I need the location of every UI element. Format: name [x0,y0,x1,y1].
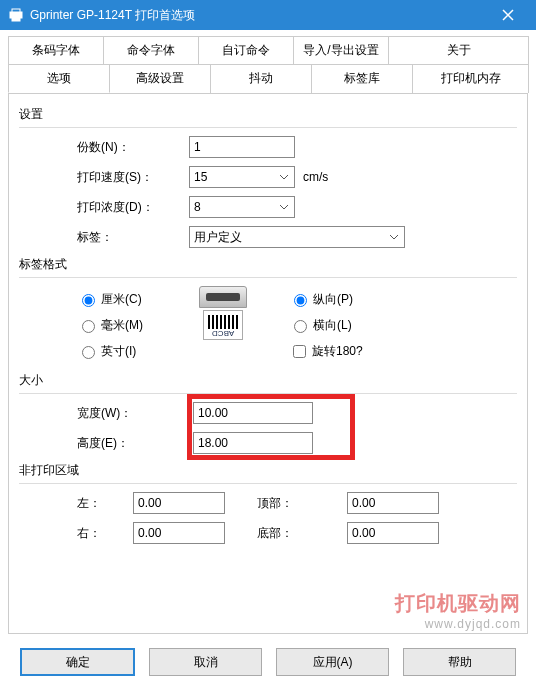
tab-advanced[interactable]: 高级设置 [109,64,211,93]
watermark: 打印机驱动网 www.dyjqd.com [395,590,521,631]
orient-landscape-label: 横向(L) [313,317,352,334]
height-label: 高度(E)： [77,435,171,452]
tab-command-font[interactable]: 命令字体 [103,36,199,64]
tab-printer-memory[interactable]: 打印机内存 [412,64,529,93]
width-label: 宽度(W)： [77,405,171,422]
tab-dither[interactable]: 抖动 [210,64,312,93]
orient-portrait-label: 纵向(P) [313,291,353,308]
speed-unit: cm/s [303,170,328,184]
tab-import-export[interactable]: 导入/导出设置 [293,36,389,64]
format-heading: 标签格式 [19,256,517,273]
right-label: 右： [77,525,133,542]
unit-in-label: 英寸(I) [101,343,136,360]
unit-cm-radio[interactable]: 厘米(C) [77,286,177,312]
chevron-down-icon [276,199,292,215]
orient-portrait-radio[interactable]: 纵向(P) [289,286,389,312]
help-button[interactable]: 帮助 [403,648,516,676]
tab-custom-command[interactable]: 自订命令 [198,36,294,64]
apply-button[interactable]: 应用(A) [276,648,389,676]
density-select[interactable]: 8 [189,196,295,218]
bottom-label: 底部： [257,525,347,542]
copies-input[interactable] [189,136,295,158]
left-label: 左： [77,495,133,512]
label-value: 用户定义 [194,229,242,246]
chevron-down-icon [386,229,402,245]
settings-heading: 设置 [19,106,517,123]
top-input[interactable] [347,492,439,514]
watermark-text: 打印机驱动网 [395,590,521,617]
label-label: 标签： [77,229,189,246]
width-input[interactable] [193,402,313,424]
close-button[interactable] [488,0,528,30]
copies-label: 份数(N)： [77,139,189,156]
tab-row-1: 条码字体 命令字体 自订命令 导入/导出设置 关于 [8,36,528,65]
tab-barcode-font[interactable]: 条码字体 [8,36,104,64]
tab-options[interactable]: 选项 [8,64,110,93]
svg-rect-2 [12,17,20,21]
speed-select[interactable]: 15 [189,166,295,188]
density-value: 8 [194,200,201,214]
unit-in-radio[interactable]: 英寸(I) [77,338,177,364]
watermark-url: www.dyjqd.com [395,617,521,631]
close-icon [502,9,514,21]
right-input[interactable] [133,522,225,544]
height-input[interactable] [193,432,313,454]
chevron-down-icon [276,169,292,185]
nonprint-heading: 非打印区域 [19,462,517,479]
size-heading: 大小 [19,372,517,389]
printer-icon [8,7,24,23]
left-input[interactable] [133,492,225,514]
dialog-footer: 确定 取消 应用(A) 帮助 [8,634,528,682]
tab-row-2: 选项 高级设置 抖动 标签库 打印机内存 [8,64,528,94]
unit-mm-label: 毫米(M) [101,317,143,334]
rotate180-checkbox[interactable]: 旋转180? [289,338,389,364]
tab-content: 设置 份数(N)： 打印速度(S)： 15 cm/s 打印浓度(D)： 8 标签… [8,94,528,634]
bottom-input[interactable] [347,522,439,544]
orient-landscape-radio[interactable]: 横向(L) [289,312,389,338]
printer-preview-icon: ABCD [195,286,251,342]
unit-cm-label: 厘米(C) [101,291,142,308]
tab-about[interactable]: 关于 [388,36,529,64]
speed-value: 15 [194,170,207,184]
ok-button[interactable]: 确定 [20,648,135,676]
top-label: 顶部： [257,495,347,512]
speed-label: 打印速度(S)： [77,169,189,186]
label-select[interactable]: 用户定义 [189,226,405,248]
titlebar: Gprinter GP-1124T 打印首选项 [0,0,536,30]
window-title: Gprinter GP-1124T 打印首选项 [30,7,488,24]
density-label: 打印浓度(D)： [77,199,189,216]
cancel-button[interactable]: 取消 [149,648,262,676]
tab-label-library[interactable]: 标签库 [311,64,413,93]
unit-mm-radio[interactable]: 毫米(M) [77,312,177,338]
rotate180-label: 旋转180? [312,343,363,360]
